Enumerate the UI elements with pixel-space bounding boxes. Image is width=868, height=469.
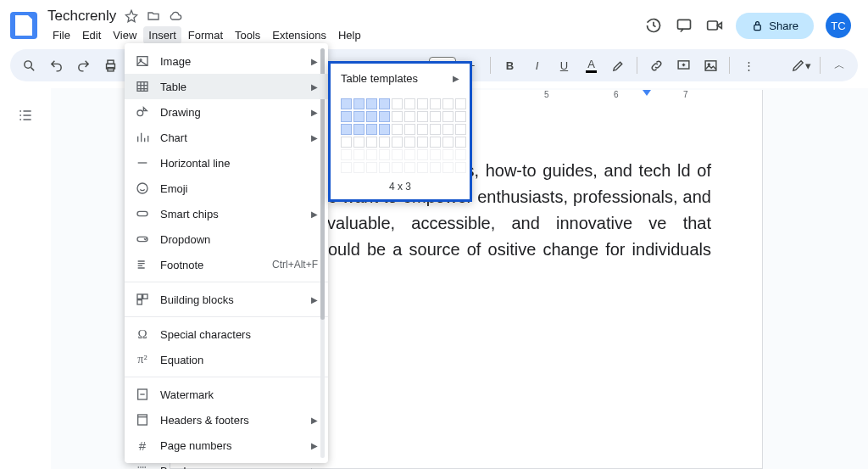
grid-cell[interactable] (353, 111, 364, 122)
grid-cell[interactable] (341, 111, 352, 122)
menu-tools[interactable]: Tools (230, 26, 265, 44)
insert-menu-page-numbers[interactable]: #Page numbers▶ (125, 433, 328, 458)
insert-menu-equation[interactable]: π²Equation (125, 347, 328, 372)
insert-menu-dropdown[interactable]: Dropdown (125, 226, 328, 252)
grid-cell[interactable] (430, 124, 441, 135)
grid-cell[interactable] (353, 137, 364, 148)
grid-cell[interactable] (442, 137, 453, 148)
meet-icon[interactable] (705, 16, 724, 35)
menu-help[interactable]: Help (333, 26, 366, 44)
menu-insert[interactable]: Insert (143, 26, 181, 44)
insert-menu-emoji[interactable]: Emoji (125, 176, 328, 201)
grid-cell[interactable] (366, 137, 377, 148)
outline-icon[interactable] (17, 107, 34, 469)
menu-format[interactable]: Format (183, 26, 228, 44)
grid-cell[interactable] (404, 98, 415, 109)
grid-cell[interactable] (430, 111, 441, 122)
insert-menu-image[interactable]: Image▶ (125, 48, 328, 74)
grid-cell[interactable] (417, 162, 428, 173)
grid-cell[interactable] (455, 124, 466, 135)
insert-menu-drawing[interactable]: Drawing▶ (125, 99, 328, 125)
grid-cell[interactable] (353, 162, 364, 173)
more-icon[interactable]: ⋮ (737, 53, 760, 77)
grid-cell[interactable] (392, 111, 403, 122)
grid-cell[interactable] (404, 137, 415, 148)
grid-cell[interactable] (379, 98, 390, 109)
menu-extensions[interactable]: Extensions (267, 26, 331, 44)
highlight-icon[interactable] (606, 53, 630, 77)
insert-menu-table[interactable]: Table▶ (125, 74, 328, 99)
grid-cell[interactable] (366, 149, 377, 160)
insert-menu-horizontal-line[interactable]: Horizontal line (125, 150, 328, 176)
redo-icon[interactable] (71, 53, 95, 77)
grid-cell[interactable] (430, 98, 441, 109)
search-icon[interactable] (17, 53, 41, 77)
grid-cell[interactable] (379, 162, 390, 173)
grid-cell[interactable] (430, 162, 441, 173)
docs-logo[interactable] (10, 12, 37, 39)
grid-cell[interactable] (442, 162, 453, 173)
grid-cell[interactable] (379, 111, 390, 122)
grid-cell[interactable] (430, 149, 441, 160)
grid-cell[interactable] (442, 98, 453, 109)
history-icon[interactable] (644, 16, 663, 35)
bold-icon[interactable]: B (498, 53, 521, 77)
grid-cell[interactable] (392, 149, 403, 160)
grid-cell[interactable] (455, 149, 466, 160)
move-icon[interactable] (147, 9, 160, 23)
insert-menu-footnote[interactable]: FootnoteCtrl+Alt+F (125, 252, 328, 277)
document-title[interactable]: Techcrenly (47, 8, 116, 25)
grid-cell[interactable] (392, 137, 403, 148)
grid-cell[interactable] (404, 124, 415, 135)
grid-cell[interactable] (341, 98, 352, 109)
menu-view[interactable]: View (108, 26, 142, 44)
grid-cell[interactable] (455, 137, 466, 148)
grid-cell[interactable] (392, 162, 403, 173)
grid-cell[interactable] (417, 111, 428, 122)
comments-icon[interactable] (675, 16, 693, 35)
grid-cell[interactable] (404, 111, 415, 122)
print-icon[interactable] (98, 53, 122, 77)
insert-menu-special-characters[interactable]: ΩSpecial characters (125, 321, 328, 347)
grid-cell[interactable] (341, 162, 352, 173)
grid-cell[interactable] (379, 137, 390, 148)
grid-cell[interactable] (404, 162, 415, 173)
underline-icon[interactable]: U (552, 53, 576, 77)
grid-cell[interactable] (392, 98, 403, 109)
ruler-marker-icon[interactable] (643, 90, 651, 96)
table-size-picker[interactable] (331, 93, 470, 177)
grid-cell[interactable] (417, 149, 428, 160)
italic-icon[interactable]: I (525, 53, 548, 77)
grid-cell[interactable] (442, 149, 453, 160)
menu-file[interactable]: File (47, 26, 75, 44)
add-comment-icon[interactable] (671, 53, 695, 77)
grid-cell[interactable] (379, 149, 390, 160)
grid-cell[interactable] (430, 137, 441, 148)
insert-menu-building-blocks[interactable]: Building blocks▶ (125, 287, 328, 312)
grid-cell[interactable] (442, 111, 453, 122)
grid-cell[interactable] (341, 149, 352, 160)
insert-menu-break[interactable]: Break▶ (125, 458, 328, 469)
grid-cell[interactable] (379, 124, 390, 135)
insert-menu-watermark[interactable]: Watermark (125, 382, 328, 407)
edit-mode-icon[interactable]: ▾ (789, 53, 813, 77)
insert-menu-headers-footers[interactable]: Headers & footers▶ (125, 407, 328, 433)
grid-cell[interactable] (417, 137, 428, 148)
grid-cell[interactable] (353, 149, 364, 160)
grid-cell[interactable] (417, 124, 428, 135)
avatar[interactable]: TC (826, 13, 851, 38)
insert-menu-smart-chips[interactable]: Smart chips▶ (125, 201, 328, 226)
link-icon[interactable] (644, 53, 668, 77)
text-color-icon[interactable]: A (579, 53, 603, 77)
grid-cell[interactable] (366, 111, 377, 122)
grid-cell[interactable] (417, 98, 428, 109)
grid-cell[interactable] (442, 124, 453, 135)
grid-cell[interactable] (366, 98, 377, 109)
grid-cell[interactable] (341, 124, 352, 135)
insert-image-icon[interactable] (698, 53, 722, 77)
cloud-icon[interactable] (169, 9, 182, 23)
insert-menu-chart[interactable]: Chart▶ (125, 125, 328, 150)
grid-cell[interactable] (455, 162, 466, 173)
grid-cell[interactable] (455, 111, 466, 122)
collapse-icon[interactable]: ︿ (827, 53, 851, 77)
